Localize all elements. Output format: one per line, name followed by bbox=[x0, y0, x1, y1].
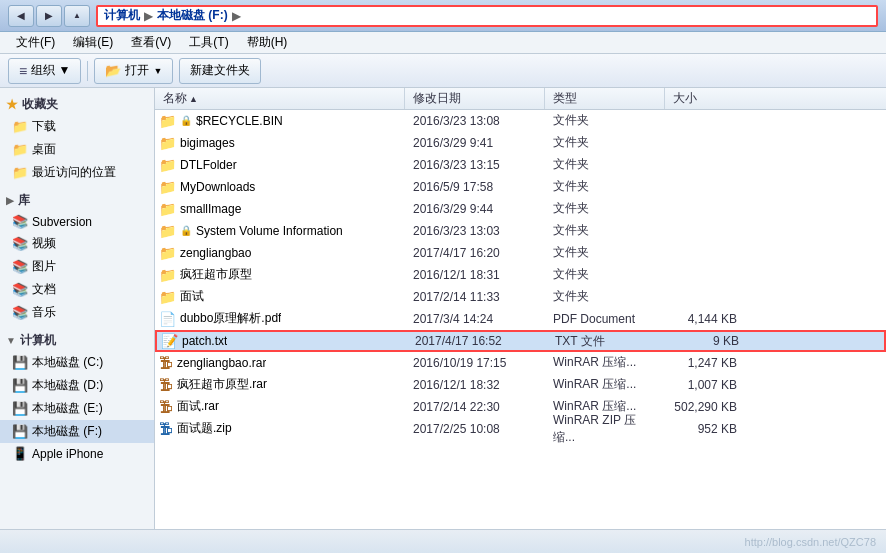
drive-icon-f: 💾 bbox=[12, 424, 28, 439]
drive-icon-e: 💾 bbox=[12, 401, 28, 416]
lib-icon-document: 📚 bbox=[12, 282, 28, 297]
watermark: http://blog.csdn.net/QZC78 bbox=[745, 536, 876, 548]
table-row[interactable]: 📁 🔒 $RECYCLE.BIN 2016/3/23 13:08 文件夹 bbox=[155, 110, 886, 132]
lib-icon-music: 📚 bbox=[12, 305, 28, 320]
menu-edit[interactable]: 编辑(E) bbox=[65, 32, 121, 53]
new-folder-label: 新建文件夹 bbox=[190, 62, 250, 79]
file-type-icon: 🗜 bbox=[159, 421, 173, 437]
table-row[interactable]: 📄 dubbo原理解析.pdf 2017/3/4 14:24 PDF Docum… bbox=[155, 308, 886, 330]
organize-button[interactable]: ≡ 组织 ▼ bbox=[8, 58, 81, 84]
sidebar-item-drive-c[interactable]: 💾 本地磁盘 (C:) bbox=[0, 351, 154, 374]
file-name: 疯狂超市原型.rar bbox=[177, 376, 267, 393]
computer-label: 计算机 bbox=[20, 332, 56, 349]
table-row[interactable]: 🗜 zengliangbao.rar 2016/10/19 17:15 WinR… bbox=[155, 352, 886, 374]
sidebar-computer-header[interactable]: ▼ 计算机 bbox=[0, 328, 154, 351]
file-date-cell: 2016/12/1 18:32 bbox=[405, 378, 545, 392]
file-name: DTLFolder bbox=[180, 158, 237, 172]
sidebar-item-music[interactable]: 📚 音乐 bbox=[0, 301, 154, 324]
address-sep2: ▶ bbox=[232, 9, 241, 23]
menu-help[interactable]: 帮助(H) bbox=[239, 32, 296, 53]
file-type-icon: 🗜 bbox=[159, 399, 173, 415]
forward-button[interactable]: ▶ bbox=[36, 5, 62, 27]
menu-bar: 文件(F) 编辑(E) 查看(V) 工具(T) 帮助(H) bbox=[0, 32, 886, 54]
toolbar: ≡ 组织 ▼ 📂 打开 ▼ 新建文件夹 bbox=[0, 54, 886, 88]
download-label: 下载 bbox=[32, 118, 56, 135]
menu-view[interactable]: 查看(V) bbox=[123, 32, 179, 53]
organize-label: 组织 ▼ bbox=[31, 62, 70, 79]
lib-icon-picture: 📚 bbox=[12, 259, 28, 274]
sidebar-item-desktop[interactable]: 📁 桌面 bbox=[0, 138, 154, 161]
sidebar-library-header[interactable]: ▶ 库 bbox=[0, 188, 154, 211]
file-name-cell: 📁 🔒 $RECYCLE.BIN bbox=[155, 113, 405, 129]
table-row[interactable]: 📁 zengliangbao 2017/4/17 16:20 文件夹 bbox=[155, 242, 886, 264]
file-name: MyDownloads bbox=[180, 180, 255, 194]
sidebar-item-subversion[interactable]: 📚 Subversion bbox=[0, 211, 154, 232]
sidebar-item-drive-d[interactable]: 💾 本地磁盘 (D:) bbox=[0, 374, 154, 397]
sidebar-item-picture[interactable]: 📚 图片 bbox=[0, 255, 154, 278]
sidebar-item-document[interactable]: 📚 文档 bbox=[0, 278, 154, 301]
file-type-cell: PDF Document bbox=[545, 312, 665, 326]
file-type-icon: 📝 bbox=[161, 333, 178, 349]
file-type-cell: 文件夹 bbox=[545, 222, 665, 239]
address-bar[interactable]: 计算机 ▶ 本地磁盘 (F:) ▶ bbox=[96, 5, 878, 27]
sidebar-item-drive-e[interactable]: 💾 本地磁盘 (E:) bbox=[0, 397, 154, 420]
table-row[interactable]: 📁 smallImage 2016/3/29 9:44 文件夹 bbox=[155, 198, 886, 220]
open-label: 打开 bbox=[125, 62, 149, 79]
file-name-cell: 📁 DTLFolder bbox=[155, 157, 405, 173]
table-row[interactable]: 📁 MyDownloads 2016/5/9 17:58 文件夹 bbox=[155, 176, 886, 198]
file-type-cell: WinRAR 压缩... bbox=[545, 376, 665, 393]
lib-expand-icon: ▶ bbox=[6, 195, 14, 206]
col-header-type[interactable]: 类型 bbox=[545, 88, 665, 109]
drive-c-label: 本地磁盘 (C:) bbox=[32, 354, 103, 371]
address-computer: 计算机 bbox=[104, 7, 140, 24]
sidebar-favorites-header[interactable]: ★ 收藏夹 bbox=[0, 92, 154, 115]
new-folder-button[interactable]: 新建文件夹 bbox=[179, 58, 261, 84]
file-type-icon: 📁 bbox=[159, 245, 176, 261]
sidebar-item-download[interactable]: 📁 下载 bbox=[0, 115, 154, 138]
sidebar-item-iphone[interactable]: 📱 Apple iPhone bbox=[0, 443, 154, 464]
file-type-cell: TXT 文件 bbox=[547, 333, 667, 350]
file-name-cell: 🗜 zengliangbao.rar bbox=[155, 355, 405, 371]
file-name-cell: 📁 疯狂超市原型 bbox=[155, 266, 405, 283]
table-row[interactable]: 📝 patch.txt 2017/4/17 16:52 TXT 文件 9 KB bbox=[155, 330, 886, 352]
sidebar-item-drive-f[interactable]: 💾 本地磁盘 (F:) bbox=[0, 420, 154, 443]
col-header-name[interactable]: 名称 ▲ bbox=[155, 88, 405, 109]
file-name: 面试 bbox=[180, 288, 204, 305]
file-date-cell: 2017/2/14 22:30 bbox=[405, 400, 545, 414]
sidebar-item-video[interactable]: 📚 视频 bbox=[0, 232, 154, 255]
file-name: zengliangbao bbox=[180, 246, 251, 260]
back-button[interactable]: ◀ bbox=[8, 5, 34, 27]
menu-tools[interactable]: 工具(T) bbox=[181, 32, 236, 53]
file-type-icon: 📁 bbox=[159, 289, 176, 305]
table-row[interactable]: 🗜 面试题.zip 2017/2/25 10:08 WinRAR ZIP 压缩.… bbox=[155, 418, 886, 440]
folder-icon-desktop: 📁 bbox=[12, 142, 28, 157]
table-row[interactable]: 📁 疯狂超市原型 2016/12/1 18:31 文件夹 bbox=[155, 264, 886, 286]
subversion-label: Subversion bbox=[32, 215, 92, 229]
file-date-cell: 2016/3/29 9:41 bbox=[405, 136, 545, 150]
table-row[interactable]: 🗜 面试.rar 2017/2/14 22:30 WinRAR 压缩... 50… bbox=[155, 396, 886, 418]
table-row[interactable]: 🗜 疯狂超市原型.rar 2016/12/1 18:32 WinRAR 压缩..… bbox=[155, 374, 886, 396]
file-type-icon: 📁 bbox=[159, 157, 176, 173]
table-row[interactable]: 📁 🔒 System Volume Information 2016/3/23 … bbox=[155, 220, 886, 242]
drive-f-label: 本地磁盘 (F:) bbox=[32, 423, 102, 440]
up-button[interactable]: ▲ bbox=[64, 5, 90, 27]
folder-icon-download: 📁 bbox=[12, 119, 28, 134]
file-name: dubbo原理解析.pdf bbox=[180, 310, 281, 327]
table-row[interactable]: 📁 面试 2017/2/14 11:33 文件夹 bbox=[155, 286, 886, 308]
sidebar-item-recent[interactable]: 📁 最近访问的位置 bbox=[0, 161, 154, 184]
col-header-date[interactable]: 修改日期 bbox=[405, 88, 545, 109]
open-button[interactable]: 📂 打开 ▼ bbox=[94, 58, 173, 84]
table-row[interactable]: 📁 DTLFolder 2016/3/23 13:15 文件夹 bbox=[155, 154, 886, 176]
col-header-size[interactable]: 大小 bbox=[665, 88, 745, 109]
file-date-cell: 2017/4/17 16:20 bbox=[405, 246, 545, 260]
file-type-cell: 文件夹 bbox=[545, 156, 665, 173]
favorites-label: 收藏夹 bbox=[22, 96, 58, 113]
table-row[interactable]: 📁 bigimages 2016/3/29 9:41 文件夹 bbox=[155, 132, 886, 154]
content-area: 名称 ▲ 修改日期 类型 大小 📁 🔒 $RECYCLE.BIN 2016/3/… bbox=[155, 88, 886, 529]
sidebar-computer-section: ▼ 计算机 💾 本地磁盘 (C:) 💾 本地磁盘 (D:) 💾 本地磁盘 (E:… bbox=[0, 328, 154, 464]
file-size-cell: 952 KB bbox=[665, 422, 745, 436]
menu-file[interactable]: 文件(F) bbox=[8, 32, 63, 53]
file-size-cell: 4,144 KB bbox=[665, 312, 745, 326]
address-sep1: ▶ bbox=[144, 9, 153, 23]
star-icon: ★ bbox=[6, 97, 18, 112]
